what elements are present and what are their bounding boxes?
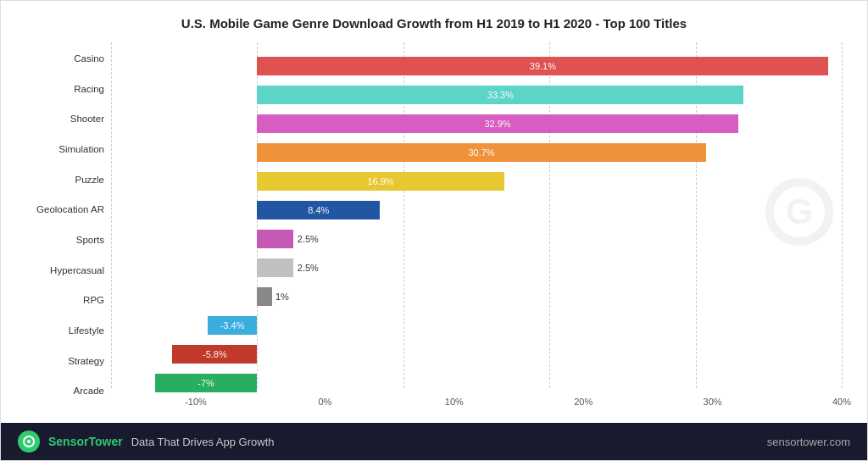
x-tick: 10% xyxy=(445,397,464,407)
x-tick: 20% xyxy=(574,397,593,407)
brand-tower: Tower xyxy=(88,435,122,448)
bar-segment xyxy=(257,258,293,277)
footer-brand: SensorTower xyxy=(48,435,123,448)
y-label-sports: Sports xyxy=(26,236,104,246)
bar-row-arcade: -7% xyxy=(111,371,842,395)
bar-value-label: 2.5% xyxy=(298,234,319,244)
y-label-lifestyle: Lifestyle xyxy=(26,326,104,336)
bar-row-racing: 33.3% xyxy=(111,83,842,107)
y-label-puzzle: Puzzle xyxy=(26,175,104,186)
brand-sensor: Sensor xyxy=(48,435,88,448)
y-label-rpg: RPG xyxy=(26,296,104,306)
bar-segment: 30.7% xyxy=(257,143,705,162)
y-label-racing: Racing xyxy=(26,85,104,95)
bar-segment xyxy=(257,287,271,306)
y-label-casino: Casino xyxy=(26,54,104,64)
bar-value-label: -7% xyxy=(198,378,214,388)
chart-title: U.S. Mobile Game Genre Download Growth f… xyxy=(26,16,842,31)
bar-segment: -7% xyxy=(155,374,258,392)
bar-value-label: -5.8% xyxy=(203,349,227,359)
bar-segment: 33.3% xyxy=(257,86,743,104)
y-label-shooter: Shooter xyxy=(26,114,104,125)
footer-logo xyxy=(18,430,40,453)
bar-row-rpg: 1% xyxy=(111,285,842,308)
bar-value-label: 8.4% xyxy=(303,205,334,215)
bar-value-label: 1% xyxy=(275,292,289,302)
bar-row-sports: 2.5% xyxy=(111,227,842,251)
x-tick: 40% xyxy=(832,397,851,407)
y-label-simulation: Simulation xyxy=(26,145,104,155)
bar-value-label: 30.7% xyxy=(463,147,499,158)
chart-body: CasinoRacingShooterSimulationPuzzleGeolo… xyxy=(26,42,842,407)
bar-segment xyxy=(257,230,293,248)
bar-segment: 8.4% xyxy=(257,201,380,219)
bar-segment: -3.4% xyxy=(208,316,258,335)
bar-value-label: -3.4% xyxy=(220,320,245,330)
footer-url: sensortower.com xyxy=(767,436,850,448)
grid-line xyxy=(842,42,843,388)
x-tick: -10% xyxy=(185,397,207,407)
app-container: U.S. Mobile Game Genre Download Growth f… xyxy=(0,0,868,461)
bar-row-simulation: 30.7% xyxy=(111,141,842,164)
bar-row-strategy: -5.8% xyxy=(111,342,842,366)
bar-row-geolocation-ar: 8.4% xyxy=(111,198,842,222)
bar-value-label: 33.3% xyxy=(482,90,519,100)
bar-row-puzzle: 16.9% xyxy=(111,169,842,193)
bar-row-lifestyle: -3.4% xyxy=(111,314,842,337)
chart-area: U.S. Mobile Game Genre Download Growth f… xyxy=(1,1,867,423)
bar-segment: 16.9% xyxy=(257,172,504,191)
footer-tagline: Data That Drives App Growth xyxy=(131,436,275,448)
bar-value-label: 32.9% xyxy=(479,119,515,129)
bar-value-label: 39.1% xyxy=(525,61,561,71)
y-label-strategy: Strategy xyxy=(26,357,104,367)
bar-segment: 39.1% xyxy=(257,57,828,75)
x-tick: 0% xyxy=(318,397,331,407)
x-tick: 30% xyxy=(704,397,722,407)
footer: SensorTower Data That Drives App Growth … xyxy=(1,423,867,460)
bar-row-casino: 39.1% xyxy=(111,54,842,78)
y-label-arcade: Arcade xyxy=(26,386,104,397)
y-labels: CasinoRacingShooterSimulationPuzzleGeolo… xyxy=(26,42,111,407)
bars-container: 39.1%33.3%32.9%30.7%16.9%8.4%2.5%2.5%1%-… xyxy=(111,42,842,407)
bar-value-label: 2.5% xyxy=(298,263,319,273)
bar-segment: -5.8% xyxy=(172,345,257,364)
bar-row-shooter: 32.9% xyxy=(111,112,842,136)
y-label-hypercasual: Hypercasual xyxy=(26,266,104,276)
svg-point-1 xyxy=(27,440,31,443)
footer-left: SensorTower Data That Drives App Growth xyxy=(18,430,275,453)
y-label-geolocation-ar: Geolocation AR xyxy=(26,205,104,215)
bar-value-label: 16.9% xyxy=(362,176,398,186)
bar-row-hypercasual: 2.5% xyxy=(111,256,842,280)
bar-segment: 32.9% xyxy=(257,114,737,133)
